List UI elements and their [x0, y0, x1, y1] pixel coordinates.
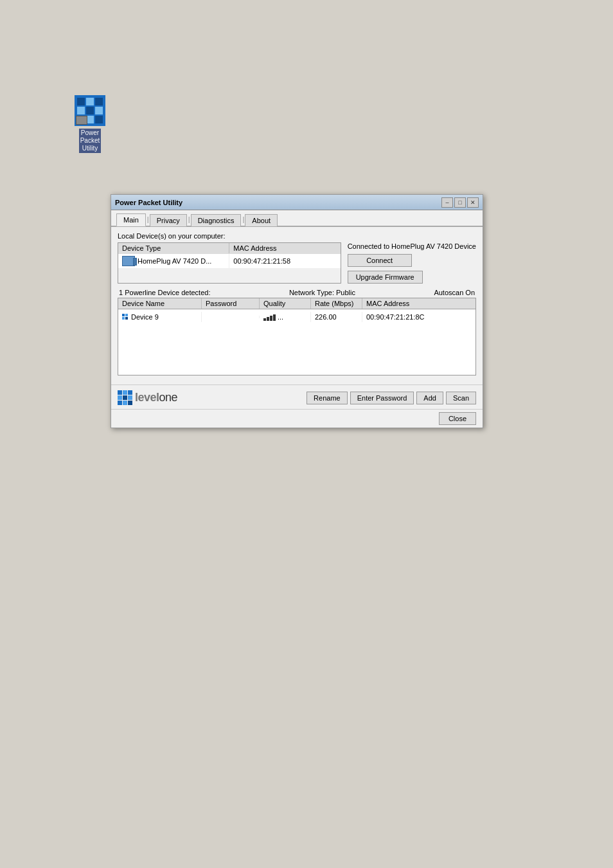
local-mac-cell: 00:90:47:21:21:58	[229, 255, 340, 267]
local-devices-label: Local Device(s) on your computer:	[118, 232, 476, 240]
signal-bars	[263, 313, 276, 321]
tab-main[interactable]: Main	[116, 213, 146, 226]
tab-privacy[interactable]: Privacy	[150, 214, 187, 226]
footer-buttons: Rename Enter Password Add Scan	[306, 392, 476, 404]
network-type: Network Type: Public	[289, 289, 355, 296]
logo-cell	[123, 401, 127, 405]
tab-about[interactable]: About	[245, 214, 278, 226]
device-brand-icon	[122, 314, 128, 320]
right-panel: Connected to HomePlug AV 7420 Device Con…	[348, 242, 476, 284]
logo-cell	[128, 401, 132, 405]
network-status-bar: 1 Powerline Device detected: Network Typ…	[118, 289, 476, 296]
devices-detected: 1 Powerline Device detected:	[119, 289, 210, 296]
rename-button[interactable]: Rename	[306, 392, 348, 404]
bar-3	[270, 316, 272, 321]
logo-level: level	[135, 391, 159, 404]
net-device-mac-cell: 00:90:47:21:21:8C	[362, 312, 475, 322]
empty-table-space	[118, 323, 475, 375]
device-icon	[122, 256, 135, 266]
logo-cell	[123, 395, 127, 400]
minimize-button[interactable]: –	[441, 197, 453, 208]
window-title: Power Packet Utility	[115, 199, 182, 206]
logo-text: levelone	[135, 391, 177, 404]
autoscan-status: Autoscan On	[434, 289, 475, 296]
net-table-body: Device 9 ... 226.00 00:90:47:21:21:8C	[118, 309, 475, 375]
bottom-bar: Close	[111, 409, 483, 428]
tab-bar: Main | Privacy | Diagnostics | About	[111, 210, 483, 227]
logo-cell	[118, 401, 122, 405]
logo-cell	[123, 390, 127, 395]
col-mac-address: MAC Address	[229, 243, 340, 253]
add-button[interactable]: Add	[416, 392, 443, 404]
net-device-rate-cell: 226.00	[311, 312, 362, 322]
icon-label: Power Packet Utility	[79, 129, 102, 153]
main-content: Local Device(s) on your computer: Device…	[111, 227, 483, 381]
net-device-password-cell	[202, 316, 260, 318]
title-bar: Power Packet Utility – □ ✕	[111, 195, 483, 210]
connected-text: Connected to HomePlug AV 7420 Device	[348, 242, 476, 250]
bar-4	[273, 314, 276, 321]
local-devices-area: Device Type MAC Address HomePlug AV 7420…	[118, 242, 476, 284]
local-device-type-cell: HomePlug AV 7420 D...	[118, 254, 229, 268]
net-device-quality-cell: ...	[260, 312, 311, 322]
net-device-name-cell: Device 9	[118, 312, 202, 322]
window-controls: – □ ✕	[441, 197, 479, 208]
net-table-header: Device Name Password Quality Rate (Mbps)…	[118, 298, 475, 309]
local-table-header: Device Type MAC Address	[118, 243, 341, 253]
window-close-button[interactable]: ✕	[467, 197, 479, 208]
footer-area: levelone Rename Enter Password Add Scan	[111, 384, 483, 409]
logo-cell	[118, 390, 122, 395]
upgrade-firmware-button[interactable]: Upgrade Firmware	[348, 271, 423, 284]
maximize-button[interactable]: □	[454, 197, 466, 208]
close-button[interactable]: Close	[439, 412, 476, 425]
connect-button[interactable]: Connect	[348, 254, 412, 267]
app-window: Power Packet Utility – □ ✕ Main | Privac…	[111, 194, 483, 428]
logo-icon-grid	[118, 390, 132, 405]
col-password: Password	[202, 298, 260, 309]
logo-cell	[128, 395, 132, 400]
local-device-table: Device Type MAC Address HomePlug AV 7420…	[118, 242, 341, 284]
table-row[interactable]: Device 9 ... 226.00 00:90:47:21:21:8C	[118, 309, 475, 323]
col-mac: MAC Address	[362, 298, 475, 309]
scan-button[interactable]: Scan	[446, 392, 476, 404]
tab-diagnostics[interactable]: Diagnostics	[191, 214, 242, 226]
col-quality: Quality	[260, 298, 311, 309]
bar-2	[267, 317, 269, 321]
levelone-logo: levelone	[118, 390, 177, 405]
logo-cell	[128, 390, 132, 395]
network-devices-table: Device Name Password Quality Rate (Mbps)…	[118, 298, 476, 375]
local-device-row[interactable]: HomePlug AV 7420 D... 00:90:47:21:21:58	[118, 253, 341, 268]
col-device-name: Device Name	[118, 298, 202, 309]
logo-one: one	[159, 391, 178, 404]
enter-password-button[interactable]: Enter Password	[350, 392, 414, 404]
col-rate: Rate (Mbps)	[311, 298, 362, 309]
logo-cell	[118, 395, 122, 400]
bar-1	[263, 318, 266, 321]
app-icon-image	[75, 95, 105, 126]
col-device-type: Device Type	[118, 243, 229, 253]
desktop-icon[interactable]: Power Packet Utility	[69, 95, 111, 153]
